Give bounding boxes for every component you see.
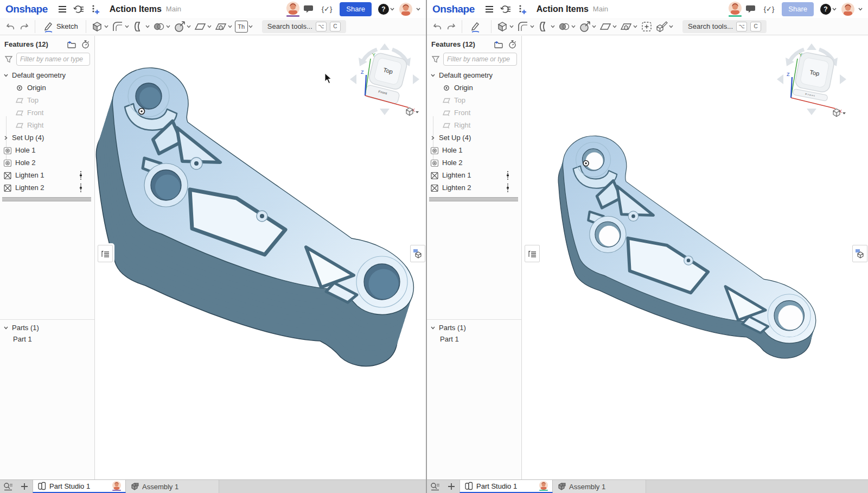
- follow-mode-button[interactable]: [88, 2, 102, 16]
- feature-folder-set-up[interactable]: Set Up (4): [427, 131, 521, 144]
- parts-list-toggle[interactable]: [852, 245, 867, 262]
- section-tool-button[interactable]: [620, 20, 638, 33]
- featurescript-button[interactable]: {✓}: [764, 5, 775, 13]
- feature-item-lighten-2[interactable]: Lighten 2: [427, 181, 521, 194]
- redo-button[interactable]: [17, 19, 31, 34]
- sketch-button[interactable]: Sketch: [39, 19, 82, 34]
- chevron-down-icon[interactable]: [3, 325, 9, 331]
- sketch-button[interactable]: [465, 19, 488, 34]
- extrude-tool-button[interactable]: [496, 20, 514, 33]
- rollback-history-button[interactable]: [508, 40, 517, 49]
- feature-folder-set-up[interactable]: Set Up (4): [0, 131, 94, 144]
- feature-status-dots[interactable]: [79, 183, 82, 193]
- filter-input[interactable]: [443, 53, 517, 66]
- search-tools[interactable]: Search tools... ⌥ C: [682, 20, 767, 33]
- feature-item-origin[interactable]: Origin: [427, 81, 521, 94]
- chevron-right-icon[interactable]: [3, 135, 9, 141]
- add-tab-button[interactable]: [16, 480, 33, 493]
- feature-item-top-plane[interactable]: Top: [0, 94, 94, 106]
- feature-item-default-geometry[interactable]: Default geometry: [427, 69, 521, 81]
- main-menu-button[interactable]: [482, 2, 496, 16]
- view-cube[interactable]: Top Front Y Z X: [774, 41, 850, 117]
- feature-item-lighten-1[interactable]: Lighten 1: [427, 169, 521, 181]
- chevron-down-icon[interactable]: [430, 325, 436, 331]
- feature-item-top-plane[interactable]: Top: [427, 94, 521, 106]
- feature-item-hole-1[interactable]: Hole 1: [427, 144, 521, 156]
- comments-button[interactable]: [302, 2, 316, 16]
- feature-item-default-geometry[interactable]: Default geometry: [0, 69, 94, 81]
- collaborator-avatar[interactable]: [729, 2, 742, 17]
- rotate-left-arrow[interactable]: [777, 74, 783, 84]
- account-avatar[interactable]: [841, 3, 854, 16]
- account-avatar[interactable]: [399, 3, 412, 16]
- tab-part-studio-1[interactable]: Part Studio 1: [459, 480, 553, 493]
- feature-item-right-plane[interactable]: Right: [0, 119, 94, 131]
- rotate-right-arrow[interactable]: [413, 74, 419, 84]
- chevron-down-icon[interactable]: [3, 73, 9, 78]
- feature-item-hole-2[interactable]: Hole 2: [0, 156, 94, 169]
- parts-header[interactable]: Parts (1): [427, 322, 521, 333]
- help-button[interactable]: ?: [820, 4, 837, 15]
- tab-manager-button[interactable]: [0, 480, 16, 493]
- comments-button[interactable]: [744, 2, 758, 16]
- add-tab-button[interactable]: [443, 480, 459, 493]
- parts-list-toggle[interactable]: [410, 245, 425, 262]
- thicken-tool-button[interactable]: Th: [235, 21, 253, 33]
- chevron-down-icon[interactable]: [430, 73, 436, 78]
- share-button[interactable]: Share: [782, 2, 814, 16]
- versions-button[interactable]: [499, 2, 513, 16]
- part-list-item[interactable]: Part 1: [427, 333, 521, 345]
- feature-item-hole-1[interactable]: Hole 1: [0, 144, 94, 156]
- feature-item-front-plane[interactable]: Front: [0, 106, 94, 119]
- transform-tool-button[interactable]: [640, 20, 653, 33]
- shell-tool-button[interactable]: [537, 20, 556, 33]
- search-tools[interactable]: Search tools... ⌥ C: [262, 20, 346, 33]
- rotate-down-arrow[interactable]: [807, 109, 816, 115]
- follow-mode-button[interactable]: [515, 2, 529, 16]
- boolean-tool-button[interactable]: [152, 20, 171, 33]
- feature-list-toggle[interactable]: [98, 245, 113, 262]
- feature-item-lighten-2[interactable]: Lighten 2: [0, 181, 94, 194]
- help-button[interactable]: ?: [378, 4, 394, 15]
- tab-assembly-1[interactable]: Assembly 1: [553, 480, 646, 493]
- feature-item-origin[interactable]: Origin: [0, 81, 94, 94]
- share-button[interactable]: Share: [340, 2, 372, 16]
- branch-name[interactable]: Main: [593, 5, 608, 13]
- feature-item-hole-2[interactable]: Hole 2: [427, 156, 521, 169]
- new-folder-button[interactable]: [67, 40, 76, 49]
- tab-part-studio-1[interactable]: Part Studio 1: [33, 480, 126, 493]
- parts-header[interactable]: Parts (1): [0, 322, 94, 333]
- rollback-bar[interactable]: [2, 197, 91, 201]
- undo-button[interactable]: [3, 19, 17, 34]
- new-folder-button[interactable]: [494, 40, 503, 49]
- rollback-bar[interactable]: [429, 197, 518, 201]
- graphics-viewport[interactable]: Top Front Y Z X: [95, 36, 426, 479]
- branch-name[interactable]: Main: [166, 5, 181, 13]
- appearance-tool-button[interactable]: [655, 20, 674, 33]
- plane-tool-button[interactable]: [194, 20, 212, 33]
- feature-list-toggle[interactable]: [525, 245, 540, 262]
- versions-button[interactable]: [72, 2, 86, 16]
- featurescript-button[interactable]: {✓}: [322, 5, 333, 13]
- redo-button[interactable]: [444, 19, 458, 34]
- modify-tool-button[interactable]: [173, 20, 192, 33]
- plane-tool-button[interactable]: [599, 20, 617, 33]
- shell-tool-button[interactable]: [132, 20, 150, 33]
- chevron-right-icon[interactable]: [430, 135, 436, 141]
- rotate-up-arrow[interactable]: [380, 43, 390, 50]
- filter-input[interactable]: [16, 53, 90, 66]
- rotate-up-arrow[interactable]: [807, 43, 816, 50]
- tab-manager-button[interactable]: [427, 480, 443, 493]
- feature-status-dots[interactable]: [506, 183, 509, 193]
- rotate-down-arrow[interactable]: [380, 109, 390, 115]
- extrude-tool-button[interactable]: [91, 20, 109, 33]
- undo-button[interactable]: [430, 19, 444, 34]
- view-cube[interactable]: Top Front Y Z X: [347, 41, 423, 117]
- rotate-left-arrow[interactable]: [350, 74, 356, 84]
- tab-assembly-1[interactable]: Assembly 1: [126, 480, 219, 493]
- collaborator-avatar[interactable]: [286, 2, 299, 17]
- section-tool-button[interactable]: [214, 20, 233, 33]
- fillet-tool-button[interactable]: [516, 20, 535, 33]
- part-list-item[interactable]: Part 1: [0, 333, 94, 345]
- feature-status-dots[interactable]: [79, 170, 82, 180]
